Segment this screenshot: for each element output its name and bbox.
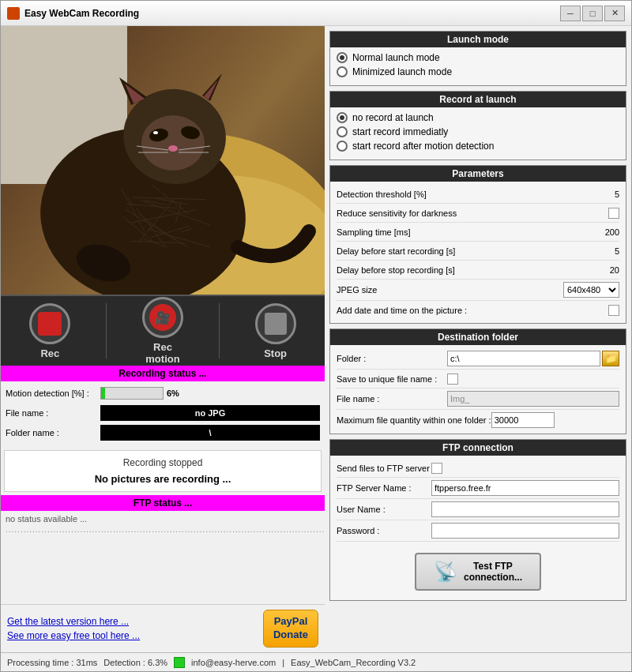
max-files-input[interactable] [491,412,555,428]
record-none-label: no record at launch [352,112,434,123]
param-darkness-row: Reduce sensitivity for darkness [337,204,619,223]
filename-value: no JPG [100,405,320,421]
param-jpeg-label: JPEG size [337,285,563,295]
ftp-status-header: FTP status ... [1,495,325,511]
ftp-pass-row: Password : [337,520,619,542]
paypal-donate-button[interactable]: PayPal Donate [263,610,318,648]
folder-browse-button[interactable]: 📁 [602,351,619,366]
parameters-title: Parameters [330,166,626,182]
recmotion-label: Recmotion [145,341,179,365]
status-email: info@easy-herve.com [191,658,276,667]
maximize-button[interactable]: □ [582,6,603,21]
status-green-indicator [174,657,185,668]
launch-minimized-row: Minimized launch mode [337,66,619,77]
latest-version-link[interactable]: Get the latest version here ... [7,616,140,627]
launch-minimized-radio[interactable] [337,66,348,77]
record-at-launch-group: Record at launch no record at launch sta… [329,91,626,160]
ftp-status-text: no status available ... [6,514,320,524]
dest-filename-label: File name : [337,394,447,404]
param-delay-stop-value: 20 [588,265,619,275]
app-icon [7,7,20,20]
motion-pct: 6% [167,389,179,398]
divider-1 [106,303,107,359]
param-threshold-value: 5 [588,190,619,199]
record-motion-label: start record after motion detection [352,141,494,152]
ftp-server-label: FTP Server Name : [337,483,431,493]
processing-time: Processing time : 31ms [7,658,97,667]
record-immediate-row: start record immediatly [337,126,619,137]
dest-filename-input [447,391,619,407]
status-grid: Motion detection [%] : 6% File name : no… [1,381,325,447]
record-none-row: no record at launch [337,112,619,123]
minimize-button[interactable]: ─ [560,6,581,21]
foldername-label: Folder name : [6,428,100,437]
launch-mode-title: Launch mode [330,32,626,47]
window-controls: ─ □ ✕ [560,6,625,21]
motion-bar-container: 6% [100,387,320,400]
foldername-row: Folder name : \ [6,424,320,441]
unique-file-row: Save to unique file name : [337,370,619,389]
ftp-user-input[interactable] [431,501,619,517]
bottom-links: Get the latest version here ... See more… [1,604,325,652]
ftp-connection-group: FTP connection Send files to FTP server … [329,439,626,601]
destination-folder-content: Folder : 📁 Save to unique file name : Fi… [330,345,626,434]
max-files-row: Maximum file quantity within one folder … [337,410,619,430]
recmotion-button[interactable]: 🎥 Recmotion [136,294,190,368]
param-datetime-label: Add date and time on the picture : [337,306,608,315]
param-darkness-checkbox[interactable] [608,208,619,219]
filename-row: File name : no JPG [6,404,320,422]
ftp-send-row: Send files to FTP server [337,459,619,478]
record-immediate-radio[interactable] [337,126,348,137]
motion-detection-row: Motion detection [%] : 6% [6,385,320,402]
launch-mode-group: Launch mode Normal launch mode Minimized… [329,31,626,86]
dest-filename-row: File name : [337,389,619,410]
left-panel: Rec 🎥 Recmotion Stop [1,26,325,652]
param-threshold-row: Detection threshold [%] 5 [337,185,619,204]
destination-folder-title: Destination folder [330,329,626,345]
recording-status-header: Recording status ... [1,366,325,381]
param-jpeg-select[interactable]: 640x480 320x240 1280x720 [563,282,619,298]
launch-mode-content: Normal launch mode Minimized launch mode [330,47,626,85]
unique-file-checkbox[interactable] [447,374,458,385]
unique-file-label: Save to unique file name : [337,374,447,384]
ftp-send-label: Send files to FTP server [337,464,431,473]
param-delay-stop-label: Delay before stop recording [s] [337,265,588,275]
recmotion-icon: 🎥 [142,297,183,338]
param-sampling-label: Sampling time [ms] [337,227,588,237]
ftp-send-checkbox[interactable] [431,463,442,474]
recording-stopped-box: Recording stopped No pictures are record… [4,450,322,492]
parameters-content: Detection threshold [%] 5 Reduce sensiti… [330,182,626,323]
record-none-radio[interactable] [337,112,348,123]
close-button[interactable]: ✕ [604,6,625,21]
ftp-connection-content: Send files to FTP server FTP Server Name… [330,456,626,600]
test-ftp-icon: 📡 [434,561,457,583]
param-delay-stop-row: Delay before stop recording [s] 20 [337,261,619,280]
title-bar: Easy WebCam Recording ─ □ ✕ [1,1,631,26]
launch-normal-row: Normal launch mode [337,52,619,63]
ftp-user-row: User Name : [337,499,619,520]
param-delay-start-row: Delay before start recording [s] 5 [337,242,619,261]
record-motion-radio[interactable] [337,141,348,152]
status-bar: Processing time : 31ms Detection : 6.3% … [1,652,631,671]
recmotion-icon-inner: 🎥 [149,304,176,331]
test-ftp-button[interactable]: 📡 Test FTPconnection... [415,553,541,591]
divider-2 [219,303,220,359]
main-content: Rec 🎥 Recmotion Stop [1,26,631,652]
more-tools-link[interactable]: See more easy free tool here ... [7,630,140,641]
status-section: Recording status ... Motion detection [%… [1,366,325,604]
ftp-server-row: FTP Server Name : [337,478,619,499]
webcam-view [1,26,325,295]
stop-button[interactable]: Stop [249,300,303,362]
recording-stopped-title: Recording stopped [11,457,314,468]
record-motion-row: start record after motion detection [337,141,619,152]
param-datetime-checkbox[interactable] [608,305,619,316]
ftp-pass-input[interactable] [431,523,619,539]
controls-bar: Rec 🎥 Recmotion Stop [1,295,325,366]
rec-button[interactable]: Rec [23,300,77,362]
max-files-label: Maximum file quantity within one folder … [337,415,491,425]
ftp-server-input[interactable] [431,480,619,496]
folder-path-input[interactable] [447,351,600,366]
param-darkness-label: Reduce sensitivity for darkness [337,208,608,218]
param-delay-start-value: 5 [588,246,619,256]
launch-normal-radio[interactable] [337,52,348,63]
